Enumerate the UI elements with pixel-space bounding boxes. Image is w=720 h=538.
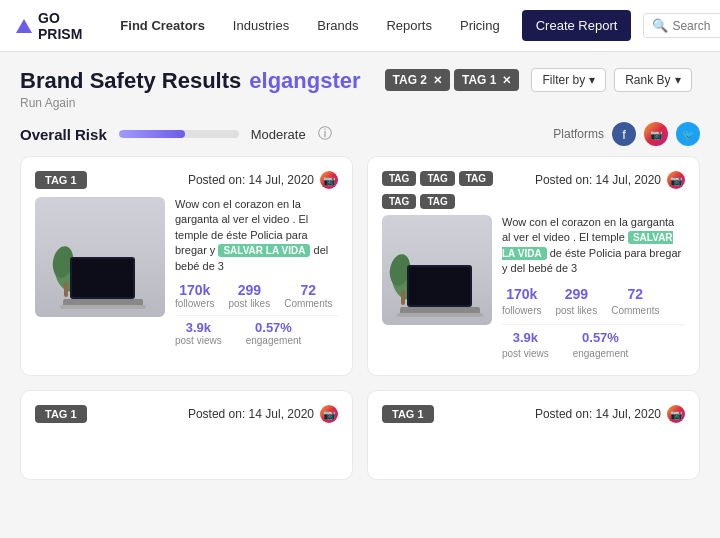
card-1-text-area: Wow con el corazon en la garganta al ver… <box>175 197 338 346</box>
bottom-card-2: TAG 1 Posted on: 14 Jul, 2020 📷 <box>367 390 700 480</box>
card-1-image <box>35 197 165 317</box>
card-1-ig-icon: 📷 <box>320 171 338 189</box>
card-2-ig-icon: 📷 <box>667 171 685 189</box>
card-2-tag-c: TAG <box>459 171 493 186</box>
bottom-card-1-tag: TAG 1 <box>35 405 87 423</box>
card-1-post-likes: 299 post likes <box>228 282 270 309</box>
bottom-card-2-date: Posted on: 14 Jul, 2020 📷 <box>535 405 685 423</box>
rank-chevron-icon: ▾ <box>675 73 681 87</box>
card-2-stats-row2: 3.9k post views 0.57% engagement <box>502 324 685 361</box>
search-input[interactable] <box>672 19 720 33</box>
card-2-desc: Wow con el corazon en la garganta al ver… <box>502 215 685 277</box>
run-again-link[interactable]: Run Again <box>20 96 700 110</box>
card-2-post-views: 3.9k post views <box>502 329 549 361</box>
card-1-desc: Wow con el corazon en la garganta al ver… <box>175 197 338 274</box>
logo-triangle-icon <box>16 19 32 33</box>
card-2-engagement: 0.57% engagement <box>573 329 629 361</box>
nav: Find Creators Industries Brands Reports … <box>106 10 720 41</box>
logo-text: GO PRISM <box>38 10 82 42</box>
svg-rect-6 <box>60 305 146 309</box>
card-1-comments: 72 Comments <box>284 282 332 309</box>
risk-bar-track <box>119 130 239 138</box>
nav-pricing[interactable]: Pricing <box>446 12 514 39</box>
card-1-post-views: 3.9k post views <box>175 320 222 346</box>
nav-brands[interactable]: Brands <box>303 12 372 39</box>
card-1-date: Posted on: 14 Jul, 2020 📷 <box>188 171 338 189</box>
facebook-platform-icon[interactable]: f <box>612 122 636 146</box>
card-1-stats: 170k followers 299 post likes 72 Comment… <box>175 282 338 309</box>
instagram-platform-icon[interactable]: 📷 <box>644 122 668 146</box>
card-1-body: Wow con el corazon en la garganta al ver… <box>35 197 338 346</box>
card-1: TAG 1 Posted on: 14 Jul, 2020 📷 <box>20 156 353 376</box>
card-1-stats-row2: 3.9k post views 0.57% engagement <box>175 315 338 346</box>
nav-reports[interactable]: Reports <box>372 12 446 39</box>
platforms-area: Platforms f 📷 🐦 <box>553 122 700 146</box>
risk-bar-fill <box>119 130 185 138</box>
card-2-comments: 72 Comments <box>611 285 659 319</box>
card-1-engagement: 0.57% engagement <box>246 320 302 346</box>
card-2-tag-d: TAG <box>382 194 416 209</box>
cards-grid: TAG 1 Posted on: 14 Jul, 2020 📷 <box>20 156 700 376</box>
bottom-card-1-ig-icon: 📷 <box>320 405 338 423</box>
svg-rect-11 <box>409 267 470 305</box>
card-1-tag: TAG 1 <box>35 171 87 189</box>
card-2-date: Posted on: 14 Jul, 2020 📷 <box>535 171 685 189</box>
card-2-body: Wow con el corazon en la garganta al ver… <box>382 215 685 361</box>
svg-rect-2 <box>64 282 68 297</box>
card-2-stats: 170k followers 299 post likes 72 Comment… <box>502 285 685 319</box>
tag1-remove[interactable]: ✕ <box>502 74 511 87</box>
tag2-pill[interactable]: TAG 2 ✕ <box>385 69 450 91</box>
bottom-card-1-top: TAG 1 Posted on: 14 Jul, 2020 📷 <box>35 405 338 423</box>
card-2-tag-a: TAG <box>382 171 416 186</box>
tag2-remove[interactable]: ✕ <box>433 74 442 87</box>
card-1-followers: 170k followers <box>175 282 214 309</box>
nav-industries[interactable]: Industries <box>219 12 303 39</box>
nav-find-creators[interactable]: Find Creators <box>106 12 219 39</box>
platforms-label: Platforms <box>553 127 604 141</box>
risk-moderate-label: Moderate <box>251 127 306 142</box>
bottom-card-2-top: TAG 1 Posted on: 14 Jul, 2020 📷 <box>382 405 685 423</box>
card-2-post-likes: 299 post likes <box>555 285 597 319</box>
card-2-tags-top: TAG TAG TAG <box>382 171 493 186</box>
card-2-followers: 170k followers <box>502 285 541 319</box>
card-1-top: TAG 1 Posted on: 14 Jul, 2020 📷 <box>35 171 338 189</box>
logo: GO PRISM <box>16 10 82 42</box>
card-2-tag-e: TAG <box>420 194 454 209</box>
card-2-image <box>382 215 492 325</box>
card-2-text-area: Wow con el corazon en la garganta al ver… <box>502 215 685 361</box>
info-icon[interactable]: ⓘ <box>318 125 332 143</box>
bottom-card-2-ig-icon: 📷 <box>667 405 685 423</box>
risk-bar-area: Overall Risk Moderate ⓘ Platforms f 📷 🐦 <box>20 122 700 146</box>
rank-button[interactable]: Rank By ▾ <box>614 68 691 92</box>
svg-rect-9 <box>401 290 405 305</box>
page-content: Brand Safety Results elgangster TAG 2 ✕ … <box>0 52 720 538</box>
twitter-platform-icon[interactable]: 🐦 <box>676 122 700 146</box>
card-2-tags-row2: TAG TAG <box>382 194 685 209</box>
search-box[interactable]: 🔍 <box>643 13 720 38</box>
risk-label: Overall Risk <box>20 126 107 143</box>
search-icon: 🔍 <box>652 18 668 33</box>
card-2: TAG TAG TAG Posted on: 14 Jul, 2020 📷 TA… <box>367 156 700 376</box>
bottom-card-1-date: Posted on: 14 Jul, 2020 📷 <box>188 405 338 423</box>
svg-rect-13 <box>397 313 483 317</box>
username-tag: elgangster <box>249 68 360 94</box>
filter-chevron-icon: ▾ <box>589 73 595 87</box>
card-2-tag-b: TAG <box>420 171 454 186</box>
header: GO PRISM Find Creators Industries Brands… <box>0 0 720 52</box>
svg-rect-4 <box>72 259 133 297</box>
bottom-card-1: TAG 1 Posted on: 14 Jul, 2020 📷 <box>20 390 353 480</box>
card-1-highlight: SALVAR LA VIDA <box>218 244 310 257</box>
bottom-cards-grid: TAG 1 Posted on: 14 Jul, 2020 📷 TAG 1 Po… <box>20 390 700 480</box>
create-report-button[interactable]: Create Report <box>522 10 632 41</box>
bottom-card-2-tag: TAG 1 <box>382 405 434 423</box>
tag1-pill[interactable]: TAG 1 ✕ <box>454 69 519 91</box>
filter-button[interactable]: Filter by ▾ <box>531 68 606 92</box>
page-title: Brand Safety Results <box>20 68 241 94</box>
